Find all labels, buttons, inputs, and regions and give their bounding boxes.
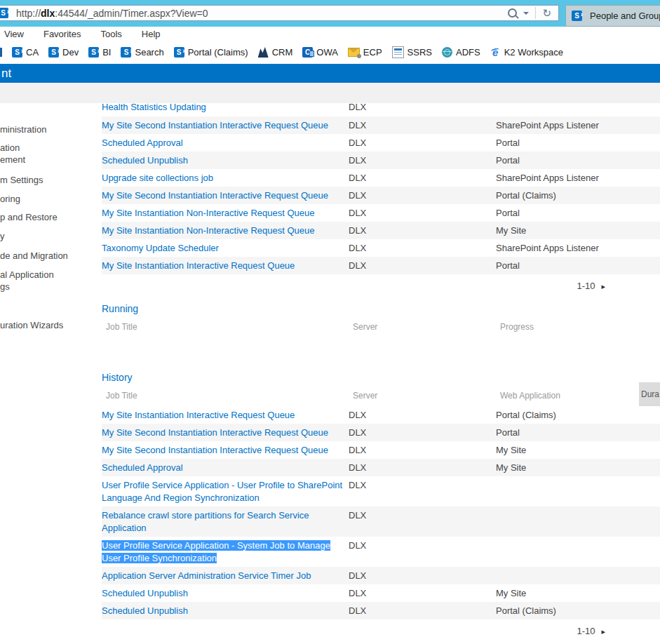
job-link[interactable]: My Site Instantiation Interactive Reques… [102, 410, 295, 420]
next-page-icon[interactable]: ▸ [601, 627, 605, 636]
paging-range: 1-10 [577, 281, 595, 291]
column-header-job-title[interactable]: Job Title [102, 322, 349, 332]
favorite-search[interactable]: Search [121, 47, 163, 58]
menu-tools[interactable]: Tools [100, 29, 121, 39]
job-link[interactable]: Upgrade site collections job [102, 173, 213, 183]
paging-range: 1-10 [577, 626, 595, 636]
job-link[interactable]: My Site Second Instantiation Interactive… [102, 445, 328, 455]
web-application-cell [496, 537, 660, 542]
favorite-ecp[interactable]: ECP [348, 47, 382, 58]
web-application-cell: My Site [496, 584, 660, 602]
server-cell: DLX [349, 116, 496, 134]
next-page-icon[interactable]: ▸ [601, 282, 605, 290]
table-row: My Site Instantiation Non-Interactive Re… [102, 204, 660, 222]
job-link-selected-text[interactable]: User Profile Service Application - Syste… [102, 540, 330, 563]
sidebar-item-system-settings[interactable]: m Settings [0, 175, 43, 185]
sidebar-item-central-administration[interactable]: ministration [0, 124, 46, 135]
history-section-heading[interactable]: History [102, 372, 660, 383]
sidebar-item-general-application[interactable]: al Application [0, 269, 54, 280]
table-row: Scheduled Approval DLX My Site [102, 459, 660, 476]
menu-bar: View Favorites Tools Help [0, 27, 660, 41]
running-table-header: Job Title Server Progress [102, 320, 660, 334]
favorite-owa[interactable]: OWA [302, 47, 338, 58]
job-link[interactable]: My Site Instantiation Interactive Reques… [102, 260, 295, 271]
sidebar-item-configuration-wizards[interactable]: uration Wizards [0, 320, 63, 330]
menu-favorites[interactable]: Favorites [43, 29, 81, 39]
favorite-portal-claims[interactable]: Portal (Claims) [174, 47, 248, 58]
column-header-server[interactable]: Server [349, 322, 496, 332]
favorite-k2-workspace[interactable]: K2 Workspace [490, 47, 563, 58]
table-row-clipped: Health Statistics Updating DLX [102, 103, 660, 116]
job-link[interactable]: Scheduled Unpublish [102, 155, 188, 166]
divider [535, 7, 536, 19]
ribbon-row [0, 83, 660, 103]
web-application-cell: Portal [496, 424, 660, 441]
running-section-heading[interactable]: Running [102, 303, 660, 314]
server-cell: DLX [349, 584, 496, 602]
browser-tab[interactable]: People and Groups [565, 5, 660, 27]
sidebar-item-monitoring[interactable]: oring [0, 194, 20, 204]
web-application-cell: My Site [496, 459, 660, 476]
browser-titlebar: http://dlx:44544/_admin/Timer.aspx?View=… [0, 0, 660, 27]
job-link[interactable]: Taxonomy Update Scheduler [102, 243, 219, 253]
paging-control: 1-10▸ [102, 619, 660, 641]
favorite-bi[interactable]: BI [88, 47, 111, 58]
favorite-ca[interactable]: CA [12, 47, 39, 58]
favorite-crm[interactable]: CRM [258, 47, 293, 58]
table-row: My Site Second Instantiation Interactive… [102, 116, 660, 134]
job-link[interactable]: My Site Second Instantiation Interactive… [102, 427, 328, 438]
server-cell: DLX [349, 507, 496, 524]
web-application-cell [496, 476, 660, 481]
outlook-icon [302, 47, 313, 58]
column-header-progress[interactable]: Progress [496, 322, 660, 332]
server-cell: DLX [349, 103, 496, 116]
job-link[interactable]: Application Server Administration Servic… [102, 570, 311, 581]
address-url[interactable]: http://dlx:44544/_admin/Timer.aspx?View=… [16, 8, 208, 19]
favorite-ssrs[interactable]: SSRS [392, 46, 432, 58]
favorite-item-clipped[interactable] [0, 48, 2, 57]
column-header-job-title[interactable]: Job Title [102, 391, 349, 401]
sidebar-item-security[interactable]: y [0, 231, 5, 241]
column-header-server[interactable]: Server [349, 391, 496, 401]
job-link[interactable]: My Site Second Instantiation Interactive… [102, 190, 328, 201]
job-link[interactable]: Scheduled Unpublish [102, 588, 188, 598]
refresh-icon[interactable]: ↻ [542, 8, 551, 18]
sidebar-item-application-management[interactable]: ation [0, 142, 20, 153]
address-bar[interactable]: http://dlx:44544/_admin/Timer.aspx?View=… [0, 5, 559, 21]
sidebar-item-general-application-line2[interactable]: gs [0, 281, 10, 292]
job-link[interactable]: Scheduled Approval [102, 137, 183, 148]
column-header-duration[interactable]: Dura [639, 382, 660, 406]
sharepoint-icon [48, 47, 59, 58]
table-row-selected: User Profile Service Application - Syste… [102, 537, 660, 567]
server-cell: DLX [349, 257, 496, 274]
web-application-cell: Portal [496, 204, 660, 222]
job-link[interactable]: User Profile Service Application - User … [102, 480, 342, 503]
job-link[interactable]: Scheduled Unpublish [102, 605, 188, 616]
favorite-dev[interactable]: Dev [48, 47, 79, 58]
job-link[interactable]: Rebalance crawl store partitions for Sea… [102, 510, 309, 533]
sidebar-item-backup-restore[interactable]: p and Restore [0, 212, 58, 222]
address-dropdown-icon[interactable] [523, 12, 529, 15]
job-link[interactable]: My Site Second Instantiation Interactive… [102, 120, 328, 130]
envelope-icon [348, 48, 360, 57]
sidebar-item-application-management-line2[interactable]: ement [0, 154, 25, 165]
table-row: My Site Instantiation Interactive Reques… [102, 406, 660, 424]
search-icon[interactable] [508, 8, 517, 18]
server-cell: DLX [349, 134, 496, 152]
web-application-cell: Portal (Claims) [496, 406, 660, 424]
menu-help[interactable]: Help [142, 29, 161, 39]
job-link[interactable]: Health Statistics Updating [102, 103, 206, 112]
job-link[interactable]: My Site Instantiation Non-Interactive Re… [102, 225, 315, 236]
job-link[interactable]: My Site Instantiation Non-Interactive Re… [102, 208, 315, 218]
web-application-cell: SharePoint Apps Listener [496, 169, 660, 187]
server-cell: DLX [349, 187, 496, 204]
sidebar-item-upgrade-migration[interactable]: de and Migration [0, 250, 68, 261]
column-header-web-application[interactable]: Web Application [496, 391, 660, 401]
favorite-adfs[interactable]: ADFS [442, 47, 480, 58]
table-row: My Site Second Instantiation Interactive… [102, 424, 660, 441]
menu-view[interactable]: View [4, 29, 24, 39]
browser-window: http://dlx:44544/_admin/Timer.aspx?View=… [0, 0, 660, 644]
web-application-cell: Portal (Claims) [496, 602, 660, 619]
job-link[interactable]: Scheduled Approval [102, 462, 183, 473]
server-cell: DLX [349, 537, 496, 554]
